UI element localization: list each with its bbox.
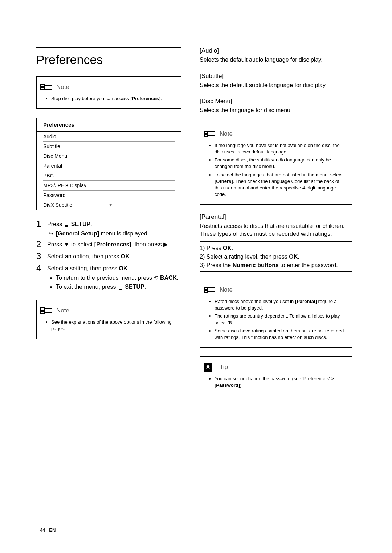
table-row: MP3/JPEG Display <box>37 181 181 191</box>
svg-rect-1 <box>45 85 52 86</box>
svg-rect-4 <box>41 88 44 89</box>
bullet-text-bold: SETUP <box>125 284 144 290</box>
step-sub-bold: [General Setup] <box>56 230 99 237</box>
preferences-table: Preferences Audio Subtitle Disc Menu Par… <box>36 118 181 210</box>
step-number: 4 <box>36 263 47 292</box>
note-icon <box>204 284 216 295</box>
tip-text-bold: [Password] <box>215 382 240 388</box>
svg-rect-22 <box>208 287 215 288</box>
note-list: If the language you have set is not avai… <box>205 142 347 198</box>
svg-rect-21 <box>204 287 208 293</box>
parental-step-3: 3) Press the Numeric buttons to enter th… <box>200 261 352 269</box>
step-4: 4 Select a setting, then press OK. To re… <box>36 263 181 292</box>
option-desc: Restricts access to discs that are unsui… <box>200 222 352 238</box>
tip-label: Tip <box>220 364 228 371</box>
note-text: . Then check the Language Code list at t… <box>215 179 339 197</box>
note-label: Note <box>56 83 69 91</box>
svg-rect-23 <box>208 291 215 292</box>
table-row: Subtitle <box>37 142 181 151</box>
pref-cell: Subtitle <box>43 142 115 151</box>
step-text-bold: OK <box>121 253 130 259</box>
note-item: Stop disc play before you can access [Pr… <box>51 95 176 102</box>
step-content: Select an option, then press OK. <box>47 251 181 262</box>
note-box: Note Stop disc play before you can acces… <box>36 76 181 109</box>
svg-rect-20 <box>205 135 207 136</box>
note-icon <box>40 305 53 316</box>
step-1: 1 Press SETUP. [General Setup] menu is d… <box>36 219 181 238</box>
note-text-bold: [Preferences] <box>130 96 160 101</box>
step-text: 2) Select a rating level, then press <box>200 254 289 260</box>
note-label: Note <box>220 286 233 294</box>
option-desc: Selects the default subtitle language fo… <box>200 81 352 89</box>
note-header: Note <box>204 284 347 295</box>
note-icon <box>204 128 216 139</box>
svg-rect-6 <box>65 225 68 226</box>
tip-text: You can set or change the password (see … <box>215 376 334 381</box>
svg-rect-16 <box>204 131 208 137</box>
svg-rect-2 <box>45 89 52 90</box>
tip-list: You can set or change the password (see … <box>205 376 347 389</box>
svg-rect-0 <box>40 84 45 90</box>
option-desc: Selects the language for disc menu. <box>200 106 352 114</box>
step-sub-text: menu is displayed. <box>99 230 149 237</box>
step-text: 1) Press <box>200 245 223 251</box>
step-number: 3 <box>36 251 47 262</box>
step-number: 2 <box>36 239 47 250</box>
svg-rect-9 <box>119 288 122 288</box>
bullet-text-bold: BACK <box>160 275 177 281</box>
step-number: 1 <box>36 219 47 238</box>
page-title: Preferences <box>36 53 181 67</box>
option-heading-parental: [Parental] <box>200 213 352 221</box>
step-text: Select a setting, then press <box>47 265 119 271</box>
step-text-bold: OK <box>223 245 232 251</box>
note-item: For some discs, the subtitle/audio langu… <box>215 157 347 170</box>
step-bullets: To return to the previous menu, press ⟲ … <box>47 274 181 291</box>
setup-icon <box>64 222 69 227</box>
back-icon: ⟲ <box>154 274 158 282</box>
step-text: . <box>90 221 92 227</box>
right-column: [Audio] Selects the default audio langua… <box>200 47 352 405</box>
step-text: . <box>298 254 299 260</box>
svg-rect-19 <box>205 132 207 133</box>
note-label: Note <box>56 307 69 314</box>
pref-cell-value <box>115 161 175 171</box>
table-row: Parental <box>37 161 181 171</box>
table-row: Disc Menu <box>37 151 181 161</box>
svg-rect-3 <box>41 85 44 86</box>
step-text-bold: SETUP <box>71 221 90 227</box>
svg-rect-15 <box>41 312 44 313</box>
note-list: Stop disc play before you can access [Pr… <box>42 95 176 102</box>
note-item: If the language you have set is not avai… <box>215 142 347 155</box>
tip-text: ). <box>240 382 243 388</box>
parental-steps: 1) Press OK. 2) Select a rating level, t… <box>200 241 352 272</box>
tip-item: You can set or change the password (see … <box>215 376 347 389</box>
svg-rect-10 <box>119 289 122 290</box>
step-content: Press SETUP. [General Setup] menu is dis… <box>47 219 181 238</box>
setup-icon <box>118 285 123 290</box>
pref-cell-value <box>115 191 175 200</box>
svg-rect-18 <box>208 135 215 136</box>
svg-rect-11 <box>40 307 45 314</box>
pref-cell-value <box>115 151 175 161</box>
svg-rect-12 <box>45 308 52 309</box>
step-text: Press ▼ to select <box>47 241 94 247</box>
step-text: . <box>232 245 233 251</box>
svg-rect-14 <box>41 308 44 310</box>
note-item: See the explanations of the above option… <box>51 319 176 332</box>
note-list: Rated discs above the level you set in [… <box>205 298 347 341</box>
pref-cell-value <box>115 181 175 191</box>
step-text: . <box>130 253 131 259</box>
step-text-bold: OK <box>289 254 298 260</box>
note-text-bold: [Others] <box>215 179 233 184</box>
step-text: Press <box>47 221 64 227</box>
note-item: To select the languages that are not lis… <box>215 172 347 198</box>
pref-cell: MP3/JPEG Display <box>43 181 115 191</box>
chevron-down-icon: ▼ <box>109 203 113 207</box>
tip-box: Tip You can set or change the password (… <box>200 356 352 396</box>
svg-rect-13 <box>45 312 52 313</box>
step-sub: [General Setup] menu is displayed. <box>47 230 181 238</box>
note-icon <box>40 82 53 93</box>
step-text-bold: Numeric buttons <box>233 262 279 268</box>
parental-step-1: 1) Press OK. <box>200 244 352 252</box>
step-text-bold: [Preferences] <box>94 241 131 247</box>
